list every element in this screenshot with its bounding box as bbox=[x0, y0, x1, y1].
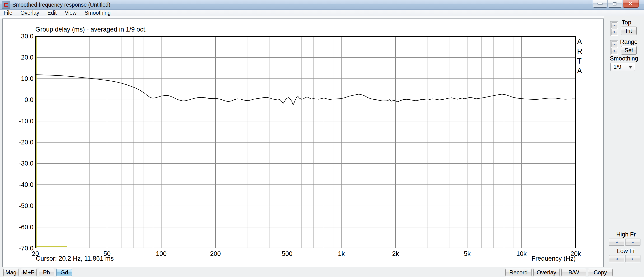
down-arrow-icon: ▼ bbox=[613, 49, 616, 52]
range-spin-up-button[interactable]: ▲ bbox=[611, 41, 618, 47]
fit-button[interactable]: Fit bbox=[621, 26, 637, 35]
x-tick: 2k bbox=[392, 250, 399, 258]
left-arrow-icon: ◄ bbox=[615, 241, 618, 244]
plot-panel: Group delay (ms) - averaged in 1/9 oct. … bbox=[2, 18, 604, 267]
y-tick: -50.0 bbox=[4, 202, 34, 210]
menu-smoothing[interactable]: Smoothing bbox=[80, 10, 114, 16]
smoothing-value: 1/9 bbox=[614, 63, 621, 70]
bw-button[interactable]: B/W bbox=[562, 269, 586, 276]
chevron-down-icon bbox=[628, 66, 632, 68]
arta-watermark: A R T A bbox=[577, 37, 582, 76]
low-fr-next-button[interactable]: ► bbox=[625, 255, 640, 262]
top-spinner: ▲ ▼ bbox=[610, 21, 618, 36]
app-icon-letter: C bbox=[4, 2, 8, 8]
x-tick: 100 bbox=[156, 250, 166, 258]
view-button-mag[interactable]: Mag bbox=[3, 269, 18, 276]
smoothing-select[interactable]: 1/9 bbox=[610, 63, 635, 71]
set-button[interactable]: Set bbox=[621, 46, 637, 54]
minimize-button[interactable] bbox=[593, 0, 608, 7]
copy-button[interactable]: Copy bbox=[588, 269, 613, 276]
window-title: Smoothed frequency response (Untitled) bbox=[12, 0, 110, 9]
top-spin-up-button[interactable]: ▲ bbox=[611, 22, 618, 28]
x-tick: 200 bbox=[210, 250, 221, 258]
y-tick: -10.0 bbox=[4, 117, 34, 125]
up-arrow-icon: ▲ bbox=[613, 43, 616, 46]
plot-svg[interactable] bbox=[35, 36, 576, 248]
menu-file[interactable]: File bbox=[0, 10, 16, 16]
y-tick: 10.0 bbox=[4, 75, 34, 82]
plot-title: Group delay (ms) - averaged in 1/9 oct. bbox=[35, 26, 147, 33]
arta-letter: A bbox=[577, 66, 582, 76]
arta-letter: A bbox=[577, 37, 582, 46]
up-arrow-icon: ▲ bbox=[613, 24, 616, 27]
minimize-icon bbox=[598, 3, 603, 4]
high-fr-next-button[interactable]: ► bbox=[625, 239, 640, 246]
client-strip bbox=[0, 16, 644, 18]
y-tick: 20.0 bbox=[4, 54, 34, 61]
menu-overlay[interactable]: Overlay bbox=[16, 10, 43, 16]
close-icon: ✕ bbox=[628, 1, 633, 6]
view-button-ph[interactable]: Ph bbox=[39, 269, 54, 276]
view-button-mp[interactable]: M+P bbox=[21, 269, 36, 276]
right-arrow-icon: ► bbox=[632, 257, 634, 261]
app-icon: C bbox=[2, 1, 10, 8]
y-tick: -20.0 bbox=[4, 139, 34, 146]
y-tick: 30.0 bbox=[4, 33, 34, 40]
high-fr-label: High Fr bbox=[616, 231, 636, 238]
view-button-gd[interactable]: Gd bbox=[56, 269, 72, 276]
close-button[interactable]: ✕ bbox=[623, 0, 639, 7]
sidebar: Top ▲ ▼ Fit Range ▲ ▼ Set Smoothing 1/9 … bbox=[604, 16, 644, 267]
range-spin-down-button[interactable]: ▼ bbox=[611, 48, 618, 54]
restore-icon bbox=[613, 2, 617, 5]
overlay-button[interactable]: Overlay bbox=[534, 269, 560, 276]
title-bar: C Smoothed frequency response (Untitled)… bbox=[0, 0, 644, 10]
top-label: Top bbox=[622, 19, 631, 26]
y-tick: -40.0 bbox=[4, 181, 34, 188]
arta-letter: R bbox=[577, 46, 582, 56]
high-fr-prev-button[interactable]: ◄ bbox=[609, 239, 624, 246]
top-spin-down-button[interactable]: ▼ bbox=[611, 29, 618, 35]
y-tick: -60.0 bbox=[4, 223, 34, 231]
right-arrow-icon: ► bbox=[632, 241, 634, 244]
range-label: Range bbox=[620, 38, 638, 45]
menu-edit[interactable]: Edit bbox=[43, 10, 61, 16]
cursor-readout: Cursor: 20.2 Hz, 11.861 ms bbox=[36, 255, 114, 262]
y-tick: -30.0 bbox=[4, 160, 34, 167]
x-axis-label: Frequency (Hz) bbox=[504, 255, 576, 262]
down-arrow-icon: ▼ bbox=[613, 30, 616, 33]
left-arrow-icon: ◄ bbox=[615, 257, 618, 261]
x-tick: 500 bbox=[282, 250, 292, 258]
menu-bar: File Overlay Edit View Smoothing bbox=[0, 10, 644, 16]
range-spinner: ▲ ▼ bbox=[610, 40, 618, 55]
plot-canvas[interactable] bbox=[35, 36, 576, 248]
x-tick: 1k bbox=[338, 250, 345, 258]
menu-view[interactable]: View bbox=[61, 10, 80, 16]
low-fr-prev-button[interactable]: ◄ bbox=[609, 255, 624, 262]
restore-button[interactable] bbox=[608, 0, 622, 7]
bottom-bar: Mag M+P Ph Gd Record Overlay B/W Copy bbox=[0, 267, 644, 277]
y-tick: -70.0 bbox=[4, 245, 34, 252]
smoothing-label: Smoothing bbox=[610, 55, 638, 62]
low-fr-label: Low Fr bbox=[617, 248, 635, 255]
record-button[interactable]: Record bbox=[506, 269, 532, 276]
arta-letter: T bbox=[577, 56, 582, 66]
y-tick: 0.0 bbox=[4, 96, 34, 104]
x-tick: 5k bbox=[464, 250, 471, 258]
